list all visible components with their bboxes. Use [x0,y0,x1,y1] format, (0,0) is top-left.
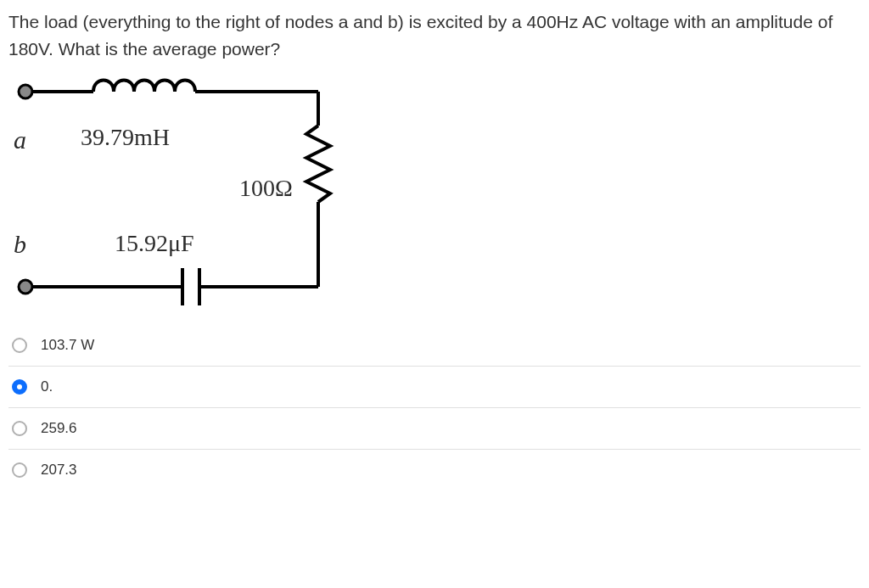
radio-icon [12,379,27,395]
resistor-label: 100Ω [239,175,293,202]
answer-options: 103.7 W 0. 259.6 207.3 [8,325,861,490]
option-1[interactable]: 0. [8,366,861,407]
option-label: 207.3 [41,462,77,479]
radio-icon [12,421,27,436]
option-0[interactable]: 103.7 W [8,325,861,366]
terminal-a-icon [19,85,32,98]
radio-icon [12,338,27,353]
node-b-label: b [14,230,26,259]
option-3[interactable]: 207.3 [8,449,861,490]
inductor-label: 39.79mH [81,124,170,151]
question-text: The load (everything to the right of nod… [8,8,861,62]
option-label: 259.6 [41,420,77,437]
terminal-b-icon [19,280,32,294]
node-a-label: a [14,126,26,154]
circuit-svg [8,66,365,312]
inductor-icon [93,81,195,92]
option-label: 103.7 W [41,337,94,354]
option-2[interactable]: 259.6 [8,407,861,449]
resistor-icon [306,126,330,202]
radio-icon [12,462,27,478]
capacitor-label: 15.92μF [115,230,194,257]
circuit-diagram: a b 39.79mH 100Ω 15.92μF [8,66,365,312]
option-label: 0. [41,378,53,395]
